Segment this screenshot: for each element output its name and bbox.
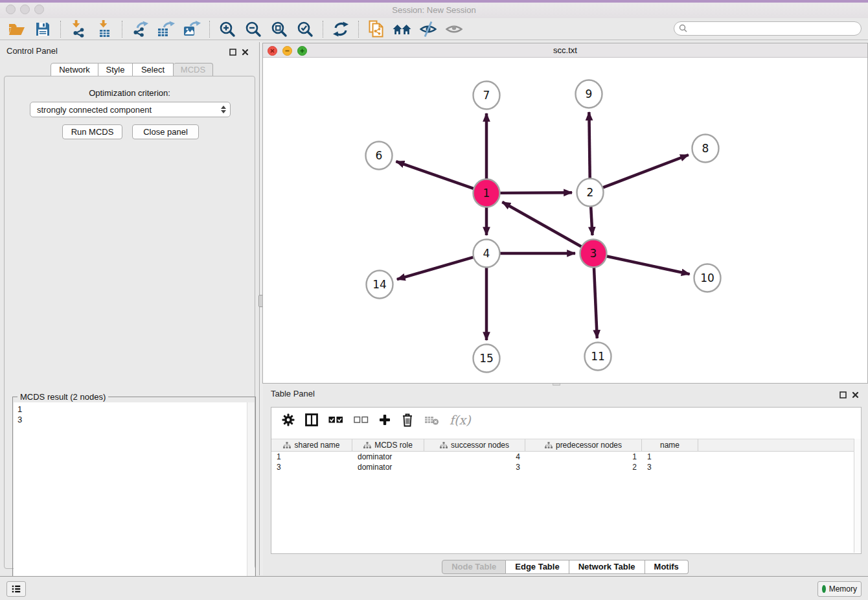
control-tab-select[interactable]: Select: [133, 63, 174, 76]
table-panel-title: Table Panel: [271, 389, 315, 398]
control-tab-style[interactable]: Style: [98, 63, 133, 76]
delete-column-icon[interactable]: [401, 410, 414, 430]
zoom-in-icon[interactable]: [218, 19, 237, 39]
graph-node-9[interactable]: 9: [576, 80, 602, 108]
graph-node-14[interactable]: 14: [367, 271, 393, 299]
node-table-container: f(x) shared nameMCDS rolesuccessor nodes…: [271, 407, 862, 554]
optimization-criterion-label: Optimization criterion:: [5, 88, 255, 98]
graph-node-10[interactable]: 10: [694, 264, 721, 292]
column-header-shared-name[interactable]: shared name: [271, 439, 352, 451]
select-all-columns-icon[interactable]: [328, 410, 343, 430]
edge-3-11[interactable]: [594, 266, 597, 338]
task-history-button[interactable]: [6, 581, 26, 597]
graph-node-7[interactable]: 7: [474, 82, 500, 110]
table-row[interactable]: 1dominator411: [271, 452, 854, 462]
zoom-out-icon[interactable]: [244, 19, 263, 39]
search-box[interactable]: [674, 21, 862, 36]
table-row[interactable]: 3dominator323: [271, 462, 854, 472]
close-panel-button[interactable]: Close panel: [132, 124, 199, 139]
delete-table-icon[interactable]: [424, 410, 439, 430]
search-input[interactable]: [689, 22, 861, 35]
mcds-result-textarea[interactable]: 1 3: [14, 402, 255, 600]
import-table-icon[interactable]: [95, 19, 114, 39]
birds-eye-view-icon[interactable]: [444, 19, 464, 39]
graph-node-11[interactable]: 11: [585, 343, 611, 371]
table-panel-close-icon[interactable]: [852, 389, 859, 401]
edge-4-14[interactable]: [397, 257, 474, 280]
control-panel-float-icon[interactable]: [229, 47, 236, 58]
edge-3-10[interactable]: [606, 256, 690, 274]
control-tab-network[interactable]: Network: [51, 63, 98, 76]
first-neighbors-icon[interactable]: [393, 19, 412, 39]
select-stepper-icon: [221, 106, 226, 113]
table-cell[interactable]: 2: [525, 462, 642, 472]
function-builder-icon[interactable]: f(x): [450, 410, 471, 430]
table-tab-edge-table[interactable]: Edge Table: [506, 560, 569, 574]
column-header-MCDS-role[interactable]: MCDS role: [352, 439, 424, 451]
graph-node-4[interactable]: 4: [474, 240, 500, 268]
column-header-predecessor-nodes[interactable]: predecessor nodes: [525, 439, 642, 451]
table-tab-node-table[interactable]: Node Table: [442, 560, 506, 574]
edge-1-2[interactable]: [499, 192, 572, 193]
zoom-selected-icon[interactable]: [295, 19, 315, 39]
column-header-name[interactable]: name: [642, 439, 698, 451]
table-cell[interactable]: 3: [642, 462, 698, 472]
edge-2-8[interactable]: [602, 155, 689, 188]
edge-2-9[interactable]: [589, 112, 589, 179]
svg-text:15: 15: [479, 352, 494, 365]
graph-node-8[interactable]: 8: [692, 135, 719, 163]
table-cell[interactable]: 1: [271, 452, 352, 462]
table-scrollbar[interactable]: [854, 439, 861, 553]
new-network-from-selection-icon[interactable]: [367, 19, 386, 39]
table-settings-gear-icon[interactable]: [282, 410, 295, 430]
apply-preferred-layout-icon[interactable]: [331, 19, 350, 39]
table-cell[interactable]: dominator: [352, 452, 424, 462]
table-cell[interactable]: 4: [424, 452, 525, 462]
graph-node-6[interactable]: 6: [366, 142, 393, 170]
network-graph-canvas[interactable]: 1234678910111415: [263, 57, 867, 383]
save-session-icon[interactable]: [33, 19, 52, 39]
mcds-result-scrollbar[interactable]: [247, 402, 255, 600]
table-cell[interactable]: 3: [424, 462, 525, 472]
show-column-dialog-icon[interactable]: [305, 410, 318, 430]
column-header-successor-nodes[interactable]: successor nodes: [424, 439, 525, 451]
table-tab-motifs[interactable]: Motifs: [645, 560, 689, 574]
svg-text:7: 7: [483, 89, 490, 102]
graph-node-15[interactable]: 15: [474, 345, 500, 373]
export-table-icon[interactable]: [156, 19, 176, 39]
search-icon: [678, 23, 689, 34]
graph-node-3[interactable]: 3: [580, 240, 607, 268]
edge-1-6[interactable]: [396, 161, 474, 189]
table-cell[interactable]: 1: [525, 452, 642, 462]
column-label: shared name: [294, 441, 339, 450]
show-hide-graphics-details-icon[interactable]: [418, 19, 438, 39]
create-column-icon[interactable]: [379, 410, 391, 430]
svg-text:11: 11: [591, 350, 605, 363]
memory-button[interactable]: Memory: [817, 581, 862, 597]
table-cell[interactable]: 1: [642, 452, 698, 462]
run-mcds-button[interactable]: Run MCDS: [62, 124, 122, 139]
control-panel-buttons: [229, 47, 249, 58]
table-cell[interactable]: dominator: [352, 462, 424, 472]
export-image-icon[interactable]: [182, 19, 201, 39]
graph-node-1[interactable]: 1: [474, 179, 500, 207]
table-panel-float-icon[interactable]: [839, 389, 847, 401]
table-cell[interactable]: 3: [271, 462, 352, 472]
graph-node-2[interactable]: 2: [577, 179, 604, 207]
network-window-titlebar[interactable]: scc.txt: [263, 43, 867, 58]
edge-3-1[interactable]: [502, 202, 582, 247]
table-tab-network-table[interactable]: Network Table: [569, 560, 645, 574]
svg-text:3: 3: [590, 247, 597, 260]
unselect-all-columns-icon[interactable]: [354, 410, 369, 430]
open-session-icon[interactable]: [7, 19, 27, 39]
svg-text:2: 2: [587, 186, 594, 199]
control-panel-close-icon[interactable]: [242, 47, 249, 58]
import-network-icon[interactable]: [69, 19, 88, 39]
control-panel-title: Control Panel: [6, 46, 58, 56]
column-header-icon: [440, 442, 448, 449]
control-tab-mcds[interactable]: MCDS: [174, 63, 213, 76]
edge-2-3[interactable]: [591, 205, 592, 235]
criterion-select[interactable]: strongly connected component: [30, 102, 231, 117]
export-network-icon[interactable]: [130, 19, 150, 39]
zoom-fit-content-icon[interactable]: [269, 19, 289, 39]
